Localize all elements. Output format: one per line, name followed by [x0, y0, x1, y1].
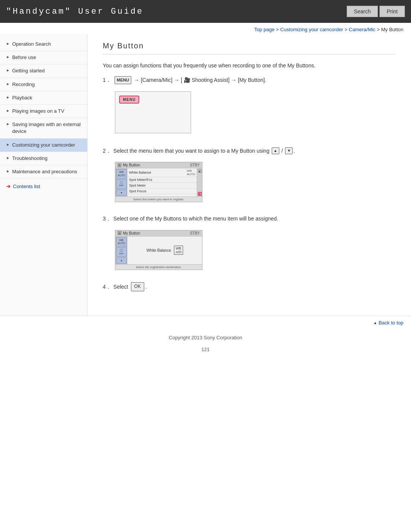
step-4-text: Select [113, 283, 130, 291]
ss2-icons: WBAUTO ◯OFF ● [115, 168, 127, 197]
sidebar-item-playing-images[interactable]: ► Playing images on a TV [0, 105, 87, 118]
step-2-period: . [293, 147, 295, 155]
back-to-top-triangle-icon: ▲ [373, 321, 377, 325]
copyright-text: Copyright 2013 Sony Corporation [0, 329, 411, 344]
contents-list-label: Contents list [13, 184, 40, 189]
header-buttons: Search Print [347, 6, 405, 17]
ss2-item-label-3: Spot Meter [129, 184, 146, 187]
step-4: 4． Select OK . [103, 282, 396, 291]
step-1-num: 1． [103, 76, 111, 84]
sidebar-arrow-icon: ► [6, 122, 10, 126]
sidebar-label: Customizing your camcorder [12, 142, 83, 149]
sidebar-arrow-icon: ► [6, 95, 10, 99]
breadcrumb: Top page > Customizing your camcorder > … [0, 23, 411, 34]
ss3-stby: STBY [190, 231, 200, 235]
sidebar-arrow-icon: ► [6, 55, 10, 59]
sidebar-label: Before use [12, 54, 83, 61]
ss3-assigned-label: White Balance [147, 248, 171, 252]
sidebar-label: Operation Search [12, 41, 83, 48]
ss2-scroll-down-btn[interactable]: ▼ [198, 192, 202, 196]
sidebar-arrow-icon: ► [6, 169, 10, 173]
ss3-icons: WBAUTO ◯OFF ● [115, 236, 127, 265]
sidebar-label: Recording [12, 81, 83, 88]
contents-list-link[interactable]: ➔ Contents list [0, 179, 87, 194]
sidebar: ► Operation Search ► Before use ► Gettin… [0, 34, 88, 316]
ss3-assigned-icon: WBA/O [174, 246, 183, 255]
sidebar-item-recording[interactable]: ► Recording [0, 78, 87, 91]
ss2-row-4: Spot Focus [127, 189, 197, 194]
ok-key: OK [131, 282, 144, 291]
ss2-icon-3: ● [116, 190, 127, 196]
sidebar-label: Getting started [12, 67, 83, 74]
sidebar-item-operation-search[interactable]: ► Operation Search [0, 38, 87, 51]
step-4-period: . [145, 283, 147, 291]
ss3-icon-2: ◯OFF [116, 247, 127, 257]
down-arrow-btn: ▼ [285, 147, 293, 154]
step-4-line: 4． Select OK . [103, 282, 396, 291]
step-2-slash: / [280, 147, 285, 155]
ss2-footer-text: Select the button you want to register. [115, 197, 202, 202]
screenshot-1: MENU [115, 91, 191, 133]
sidebar-arrow-icon: ► [6, 42, 10, 46]
step-2: 2． Select the menu item that you want to… [103, 147, 396, 205]
sidebar-label: Saving images with an external device [12, 121, 83, 135]
ss2-scrollbar: ▲ ▼ [197, 168, 202, 197]
sidebar-item-customizing[interactable]: ► Customizing your camcorder [0, 139, 87, 152]
back-to-top-label: Back to top [379, 320, 403, 326]
ss3-body: WBAUTO ◯OFF ● White Balance WBA/O [115, 236, 202, 265]
ss2-body: WBAUTO ◯OFF ● White Balance WBAUTO Spot … [115, 168, 202, 197]
ss3-title: My Button [123, 231, 190, 235]
ss2-row-1: White Balance WBAUTO [127, 168, 197, 177]
step-1-text: → [Camera/Mic] → [ 🎥 Shooting Assist] → … [132, 76, 266, 84]
back-to-top-link[interactable]: ▲ Back to top [373, 320, 403, 326]
ss2-header: x My Button STBY [115, 162, 202, 168]
step-2-line: 2． Select the menu item that you want to… [103, 147, 396, 155]
footer-bar: ▲ Back to top [0, 316, 411, 329]
sidebar-item-getting-started[interactable]: ► Getting started [0, 64, 87, 78]
sidebar-item-playback[interactable]: ► Playback [0, 91, 87, 105]
sidebar-label: Playback [12, 94, 83, 101]
breadcrumb-top[interactable]: Top page [254, 27, 275, 32]
step-2-num: 2． [103, 147, 111, 155]
breadcrumb-camera-mic[interactable]: Camera/Mic [349, 27, 376, 32]
breadcrumb-sep3: > [377, 27, 381, 32]
sidebar-arrow-icon: ► [6, 142, 10, 147]
step-2-text: Select the menu item that you want to as… [113, 147, 271, 155]
step-3-line: 3． Select one of the My Buttons to which… [103, 214, 396, 223]
breadcrumb-current: My Button [381, 27, 403, 32]
sidebar-label: Troubleshooting [12, 155, 83, 162]
ss3-assigned: White Balance WBA/O [145, 244, 185, 256]
ss2-close-btn[interactable]: x [118, 163, 121, 167]
step-3-text: Select one of the My Buttons to which th… [113, 214, 278, 223]
ss2-item-label-4: Spot Focus [129, 189, 147, 193]
sidebar-item-troubleshooting[interactable]: ► Troubleshooting [0, 152, 87, 165]
step-1-line: 1． MENU → [Camera/Mic] → [ 🎥 Shooting As… [103, 76, 396, 84]
ss3-list: White Balance WBA/O [127, 236, 202, 265]
screenshot-3: x My Button STBY WBAUTO ◯OFF ● White Bal… [115, 230, 202, 270]
sidebar-label: Playing images on a TV [12, 108, 83, 115]
menu-key: MENU [115, 76, 131, 85]
screenshot-2: x My Button STBY WBAUTO ◯OFF ● White Bal… [115, 162, 202, 202]
contents-list-arrow-icon: ➔ [6, 183, 11, 189]
sidebar-arrow-icon: ► [6, 109, 10, 113]
sidebar-item-saving-images[interactable]: ► Saving images with an external device [0, 118, 87, 138]
search-button[interactable]: Search [347, 6, 378, 17]
breadcrumb-sep2: > [344, 27, 349, 32]
ss3-header: x My Button STBY [115, 230, 202, 236]
sidebar-item-maintenance[interactable]: ► Maintenance and precautions [0, 165, 87, 179]
menu-button-image: MENU [119, 96, 139, 104]
sidebar-item-before-use[interactable]: ► Before use [0, 51, 87, 64]
step-1: 1． MENU → [Camera/Mic] → [ 🎥 Shooting As… [103, 76, 396, 137]
up-arrow-btn: ▲ [272, 147, 279, 154]
ss2-row-2: Spot Meter/Fcs [127, 177, 197, 183]
ss2-list: White Balance WBAUTO Spot Meter/Fcs Spot… [127, 168, 197, 197]
ss3-close-btn[interactable]: x [118, 231, 121, 235]
ss2-scroll-up-btn[interactable]: ▲ [198, 169, 202, 173]
sidebar-arrow-icon: ► [6, 156, 10, 160]
breadcrumb-customizing[interactable]: Customizing your camcorder [280, 27, 343, 32]
ss2-item-icon-1: WBAUTO [187, 169, 195, 176]
print-button[interactable]: Print [379, 6, 405, 17]
ss2-item-label-1: White Balance [129, 171, 151, 174]
breadcrumb-sep1: > [276, 27, 280, 32]
ss3-icon-1: WBAUTO [116, 237, 127, 247]
